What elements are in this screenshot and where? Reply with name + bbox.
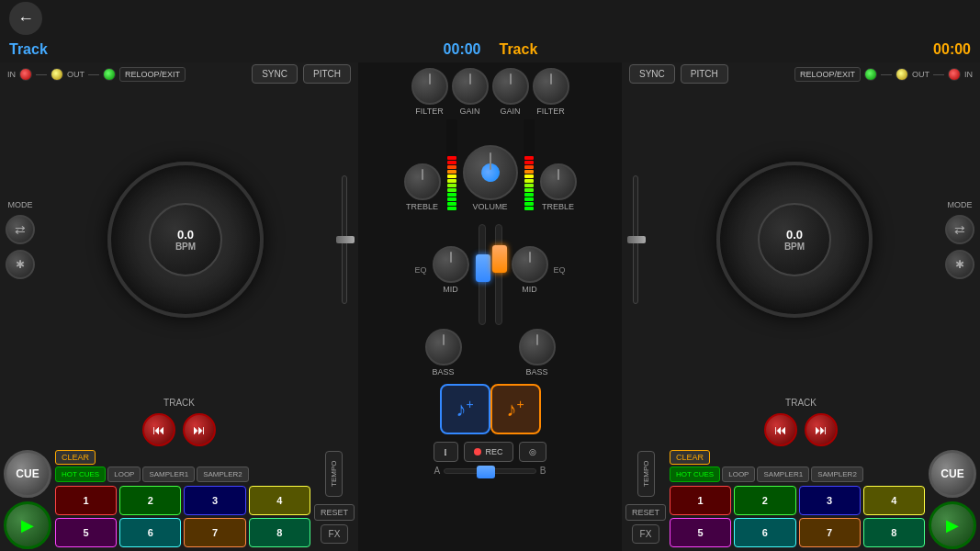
- left-pad-5[interactable]: 5: [55, 518, 117, 547]
- right-gain-knob-container: GAIN: [492, 68, 529, 116]
- left-loop-tab[interactable]: LOOP: [107, 467, 141, 482]
- right-jog-wheel[interactable]: 0.0 BPM: [716, 162, 873, 318]
- mixer-adjust-button[interactable]: ⫿: [434, 442, 458, 462]
- deck-headers: Track 00:00 Track 00:00: [0, 37, 980, 62]
- right-loop-mode-button[interactable]: ⇄: [945, 215, 974, 244]
- left-gain-knob[interactable]: [452, 68, 489, 105]
- right-pitch-button[interactable]: PITCH: [681, 64, 728, 84]
- right-reset-button[interactable]: RESET: [625, 504, 666, 521]
- right-out-label: OUT: [912, 70, 929, 79]
- left-channel-fader[interactable]: [479, 224, 486, 325]
- left-hotcues-tab[interactable]: HOT CUES: [55, 467, 106, 482]
- right-scratch-mode-button[interactable]: ✱: [945, 250, 974, 279]
- right-sync-button[interactable]: SYNC: [629, 64, 675, 84]
- right-pad-6[interactable]: 6: [734, 518, 795, 547]
- mixer-rec-button[interactable]: REC: [464, 442, 513, 462]
- left-jog-wheel[interactable]: 0.0 BPM: [107, 162, 264, 318]
- right-deck: SYNC PITCH RELOOP/EXIT — OUT — IN: [622, 62, 980, 551]
- right-pad-4[interactable]: 4: [863, 486, 925, 515]
- left-reloop-button[interactable]: RELOOP/EXIT: [119, 67, 186, 82]
- left-mid-knob[interactable]: [433, 246, 469, 283]
- left-pad-1[interactable]: 1: [55, 486, 117, 515]
- left-prev-track-button[interactable]: ⏮: [142, 413, 175, 446]
- right-filter-knob[interactable]: [533, 68, 569, 105]
- left-scratch-mode-button[interactable]: ✱: [6, 250, 35, 279]
- cf-a-label: A: [434, 466, 440, 476]
- left-cue-button[interactable]: CUE: [4, 450, 51, 498]
- right-time-label: 00:00: [933, 41, 971, 58]
- right-pad-1[interactable]: 1: [670, 486, 731, 515]
- right-treble-knob[interactable]: [540, 163, 577, 200]
- left-play-button[interactable]: ▶: [4, 501, 51, 549]
- right-tempo-button[interactable]: TEMPO: [637, 451, 655, 497]
- right-mid-label: MID: [522, 285, 537, 294]
- right-mid-knob[interactable]: [512, 246, 548, 283]
- main-area: IN — OUT — RELOOP/EXIT SYNC PITCH MODE ⇄: [0, 62, 980, 551]
- left-sampler1-tab[interactable]: SAMPLER1: [142, 467, 195, 482]
- right-loop-tab[interactable]: LOOP: [722, 467, 755, 482]
- left-pad-4[interactable]: 4: [249, 486, 310, 515]
- right-filter-knob-container: FILTER: [533, 68, 569, 116]
- left-reloop-led: [103, 68, 116, 81]
- left-gain-knob-container: GAIN: [452, 68, 489, 116]
- right-reloop-button[interactable]: RELOOP/EXIT: [794, 67, 861, 82]
- left-clear-button[interactable]: CLEAR: [55, 450, 96, 465]
- right-fx-button[interactable]: FX: [632, 524, 660, 544]
- left-reset-button[interactable]: RESET: [314, 504, 355, 521]
- left-treble-knob[interactable]: [404, 163, 441, 200]
- left-pitch-button[interactable]: PITCH: [303, 64, 351, 84]
- left-deck: IN — OUT — RELOOP/EXIT SYNC PITCH MODE ⇄: [0, 62, 358, 551]
- left-sampler2-tab[interactable]: SAMPLER2: [197, 467, 249, 482]
- left-fx-button[interactable]: FX: [321, 524, 349, 544]
- left-pad-8[interactable]: 8: [249, 518, 310, 547]
- right-gain-knob[interactable]: [492, 68, 529, 105]
- right-cue-button[interactable]: CUE: [929, 450, 976, 498]
- left-pad-7[interactable]: 7: [184, 518, 245, 547]
- right-deck-header: Track 00:00: [490, 37, 981, 62]
- right-pads-grid: 1 2 3 4 5 6 7 8: [670, 486, 925, 547]
- left-filter-knob-container: FILTER: [411, 68, 448, 116]
- back-button[interactable]: ←: [9, 2, 42, 35]
- right-add-track-button[interactable]: ♪+: [490, 384, 541, 434]
- left-add-track-button[interactable]: ♪+: [440, 384, 490, 434]
- left-eq-label: EQ: [414, 265, 426, 275]
- left-time-label: 00:00: [444, 41, 481, 58]
- right-next-track-button[interactable]: ⏭: [805, 413, 838, 446]
- left-sync-button[interactable]: SYNC: [252, 64, 298, 84]
- crossfader-thumb[interactable]: [477, 466, 495, 478]
- right-sampler2-tab[interactable]: SAMPLER2: [811, 467, 863, 482]
- right-hotcues-tab[interactable]: HOT CUES: [670, 467, 720, 482]
- left-mid-label: MID: [443, 285, 458, 294]
- left-bass-knob[interactable]: [425, 329, 462, 365]
- left-filter-knob[interactable]: [411, 68, 448, 105]
- right-sampler1-tab[interactable]: SAMPLER1: [757, 467, 809, 482]
- right-channel-fader[interactable]: [495, 224, 502, 325]
- left-pad-3[interactable]: 3: [184, 486, 245, 515]
- right-reloop-led: [864, 68, 877, 81]
- left-io-row: IN — OUT — RELOOP/EXIT SYNC PITCH: [0, 62, 358, 85]
- left-loop-mode-button[interactable]: ⇄: [6, 215, 35, 244]
- volume-knob[interactable]: [463, 145, 518, 200]
- right-bass-knob[interactable]: [519, 329, 556, 365]
- left-next-track-button[interactable]: ⏭: [183, 413, 216, 446]
- right-prev-track-button[interactable]: ⏮: [764, 413, 797, 446]
- right-pad-8[interactable]: 8: [863, 518, 925, 547]
- right-play-button[interactable]: ▶: [929, 501, 976, 549]
- left-out-led: [51, 68, 63, 81]
- right-pad-2[interactable]: 2: [734, 486, 795, 515]
- right-pad-3[interactable]: 3: [799, 486, 861, 515]
- crossfader[interactable]: [444, 468, 536, 474]
- left-pad-6[interactable]: 6: [119, 518, 181, 547]
- left-gain-label: GAIN: [459, 107, 479, 116]
- left-pad-2[interactable]: 2: [119, 486, 181, 515]
- right-out-led: [896, 68, 908, 81]
- left-tempo-button[interactable]: TEMPO: [325, 451, 343, 497]
- left-treble-label: TREBLE: [406, 202, 438, 211]
- left-pitch-slider[interactable]: [336, 162, 353, 318]
- right-clear-button[interactable]: CLEAR: [670, 450, 710, 465]
- right-pad-5[interactable]: 5: [670, 518, 731, 547]
- mixer-target-button[interactable]: ◎: [519, 442, 546, 462]
- right-pad-7[interactable]: 7: [799, 518, 861, 547]
- left-vu-meter: [446, 119, 457, 211]
- right-pitch-slider[interactable]: [627, 162, 644, 318]
